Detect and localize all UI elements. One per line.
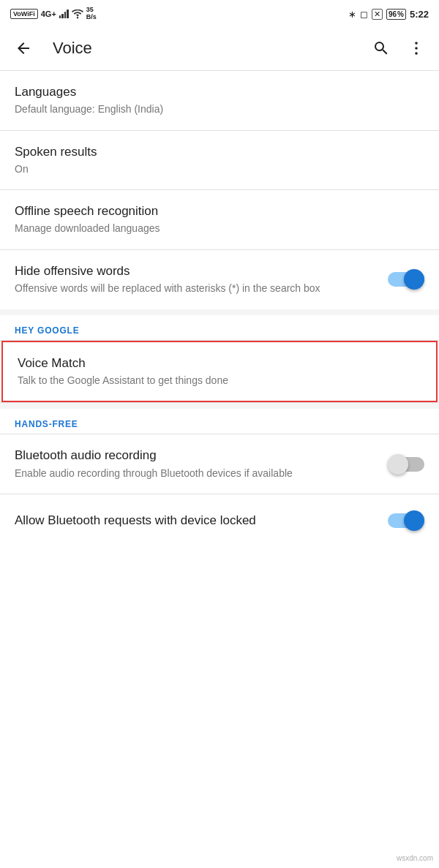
status-right: ∗ ◻ ✕ 96% 5:22: [348, 9, 429, 20]
back-button[interactable]: [9, 34, 38, 63]
bluetooth-audio-title: Bluetooth audio recording: [15, 448, 379, 464]
vowifi-indicator: VoWiFi: [10, 9, 38, 19]
offline-speech-subtitle: Manage downloaded languages: [15, 222, 416, 236]
offline-speech-item[interactable]: Offline speech recognition Manage downlo…: [0, 190, 439, 249]
bluetooth-locked-item[interactable]: Allow Bluetooth requests with device loc…: [0, 494, 439, 547]
spoken-results-subtitle: On: [15, 162, 416, 177]
hide-offensive-subtitle: Offensive words will be replaced with as…: [15, 282, 379, 296]
languages-title: Languages: [15, 84, 416, 100]
network-type: 4G+: [41, 10, 56, 18]
bluetooth-audio-item[interactable]: Bluetooth audio recording Enable audio r…: [0, 434, 439, 494]
section-divider-1: [0, 309, 439, 315]
bluetooth-locked-toggle[interactable]: [388, 510, 424, 531]
svg-point-0: [415, 42, 418, 45]
signal-bars: [59, 10, 69, 18]
bluetooth-icon: ∗: [348, 9, 356, 20]
status-bar: VoWiFi 4G+ 35B/s ∗ ◻ ✕ 96% 5:22: [0, 0, 439, 26]
svg-point-2: [415, 52, 418, 55]
bluetooth-locked-title: Allow Bluetooth requests with device loc…: [15, 513, 379, 529]
hide-offensive-title: Hide offensive words: [15, 263, 379, 279]
hey-google-section-header: HEY GOOGLE: [0, 315, 439, 340]
bluetooth-locked-text: Allow Bluetooth requests with device loc…: [15, 513, 388, 529]
languages-text: Languages Default language: English (Ind…: [15, 84, 424, 117]
hide-offensive-text: Hide offensive words Offensive words wil…: [15, 263, 388, 296]
more-options-button[interactable]: [402, 34, 430, 62]
vibrate-icon: ◻: [360, 9, 368, 20]
watermark: wsxdn.com: [397, 854, 433, 862]
wifi-icon: [72, 10, 83, 19]
spoken-results-title: Spoken results: [15, 144, 416, 160]
spoken-results-item[interactable]: Spoken results On: [0, 131, 439, 190]
status-left: VoWiFi 4G+ 35B/s: [10, 7, 97, 21]
hands-free-section-header: HANDS-FREE: [0, 409, 439, 434]
page-title: Voice: [38, 39, 367, 58]
bluetooth-audio-subtitle: Enable audio recording through Bluetooth…: [15, 467, 379, 481]
speed-text: 35B/s: [86, 7, 97, 21]
svg-point-1: [415, 47, 418, 50]
toggle-thumb: [404, 269, 424, 290]
voice-match-title: Voice Match: [18, 355, 413, 371]
offline-speech-text: Offline speech recognition Manage downlo…: [15, 203, 424, 236]
offline-speech-title: Offline speech recognition: [15, 203, 416, 219]
silent-icon: ✕: [372, 9, 383, 20]
voice-match-text: Voice Match Talk to the Google Assistant…: [18, 355, 421, 388]
bluetooth-audio-toggle[interactable]: [388, 454, 424, 475]
voice-match-item[interactable]: Voice Match Talk to the Google Assistant…: [1, 341, 438, 403]
search-button[interactable]: [367, 34, 395, 62]
clock: 5:22: [410, 9, 429, 20]
app-bar-icons: [367, 34, 430, 62]
hide-offensive-toggle[interactable]: [388, 269, 424, 290]
toggle-thumb-on2: [404, 510, 424, 531]
spoken-results-text: Spoken results On: [15, 144, 424, 177]
bluetooth-audio-text: Bluetooth audio recording Enable audio r…: [15, 448, 388, 480]
toggle-thumb-off: [388, 454, 408, 475]
section-divider-2: [0, 403, 439, 409]
app-bar: Voice: [0, 26, 439, 70]
hide-offensive-item[interactable]: Hide offensive words Offensive words wil…: [0, 250, 439, 309]
languages-subtitle: Default language: English (India): [15, 102, 416, 117]
languages-item[interactable]: Languages Default language: English (Ind…: [0, 71, 439, 130]
voice-match-subtitle: Talk to the Google Assistant to get thin…: [18, 374, 413, 388]
battery-indicator: 96%: [386, 9, 406, 20]
